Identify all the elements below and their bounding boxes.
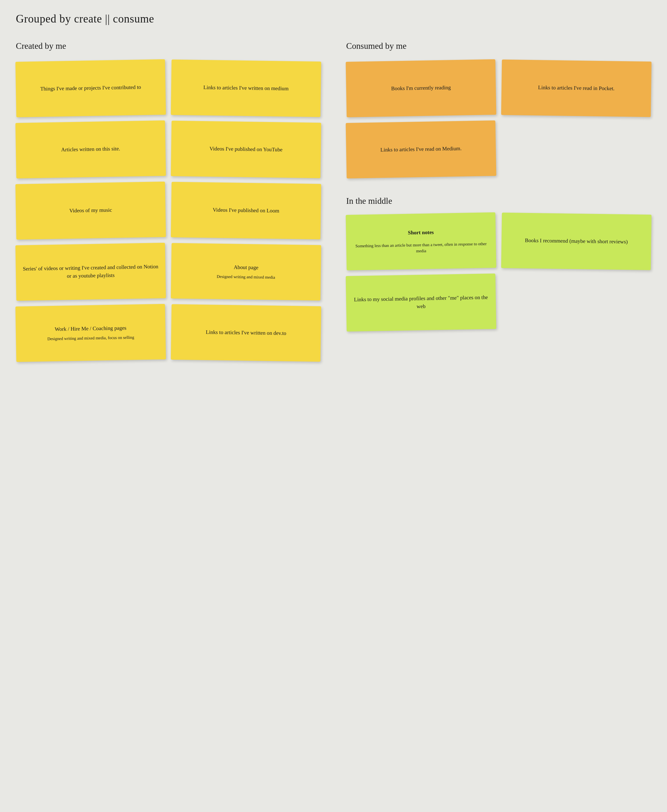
card-articles-medium[interactable]: Links to articles I've written on medium [171, 60, 321, 117]
card-inner: Books I recommend (maybe with short revi… [525, 237, 628, 246]
middle-grid: Short notes Something less than an artic… [346, 214, 651, 269]
card-books-recommend[interactable]: Books I recommend (maybe with short revi… [501, 213, 652, 270]
card-books-reading[interactable]: Books I'm currently reading [346, 59, 496, 117]
card-inner: Work / Hire Me / Coaching pages Designed… [47, 324, 134, 341]
card-inner: Links to articles I've read in Pocket. [538, 84, 614, 93]
created-column: Created by me Things I've made or projec… [16, 41, 321, 361]
card-inner: Links to my social media profiles and ot… [353, 293, 489, 311]
middle-section: In the middle Short notes Something less… [346, 196, 651, 330]
card-videos-loom[interactable]: Videos I've published on Loom [171, 182, 321, 240]
card-articles-medium-read[interactable]: Links to articles I've read on Medium. [346, 121, 496, 179]
card-about-page[interactable]: About page Designed writing and mixed me… [171, 243, 321, 301]
consumed-row2: Links to articles I've read on Medium. [346, 122, 651, 177]
card-inner: Videos of my music [69, 206, 112, 215]
card-inner: Articles written on this site. [61, 145, 120, 154]
card-series-videos[interactable]: Series' of videos or writing I've create… [15, 243, 166, 301]
created-section-title: Created by me [16, 41, 321, 51]
card-inner: Short notes Something less than an artic… [353, 228, 489, 255]
card-inner: Books I'm currently reading [391, 84, 451, 93]
card-inner: Things I've made or projects I've contri… [40, 84, 141, 93]
card-inner: Links to articles I've written on medium [203, 84, 289, 93]
middle-row2: Links to my social media profiles and ot… [346, 275, 651, 330]
main-layout: Created by me Things I've made or projec… [16, 41, 651, 361]
card-inner: Links to articles I've read on Medium. [380, 145, 461, 154]
card-inner: Videos I've published on YouTube [209, 145, 283, 154]
card-inner: Series' of videos or writing I've create… [23, 263, 159, 280]
card-articles-site[interactable]: Articles written on this site. [15, 121, 166, 179]
card-videos-youtube[interactable]: Videos I've published on YouTube [171, 121, 321, 179]
card-inner: About page Designed writing and mixed me… [217, 263, 275, 280]
card-social-links[interactable]: Links to my social media profiles and ot… [346, 273, 496, 331]
card-work-hire[interactable]: Work / Hire Me / Coaching pages Designed… [15, 304, 166, 362]
page-title: Grouped by create || consume [16, 13, 651, 25]
right-column: Consumed by me Books I'm currently readi… [346, 41, 651, 330]
card-videos-music[interactable]: Videos of my music [15, 182, 166, 240]
created-cards-grid: Things I've made or projects I've contri… [16, 61, 321, 361]
card-inner: Links to articles I've written on dev.to [206, 329, 286, 338]
card-short-notes[interactable]: Short notes Something less than an artic… [346, 212, 496, 270]
consumed-section-title: Consumed by me [346, 41, 651, 51]
card-inner: Videos I've published on Loom [213, 206, 279, 215]
card-articles-pocket[interactable]: Links to articles I've read in Pocket. [501, 60, 652, 117]
card-articles-devto[interactable]: Links to articles I've written on dev.to [171, 304, 321, 362]
consumed-grid: Books I'm currently reading Links to art… [346, 61, 651, 116]
card-things-made[interactable]: Things I've made or projects I've contri… [15, 59, 166, 117]
middle-section-title: In the middle [346, 196, 651, 206]
